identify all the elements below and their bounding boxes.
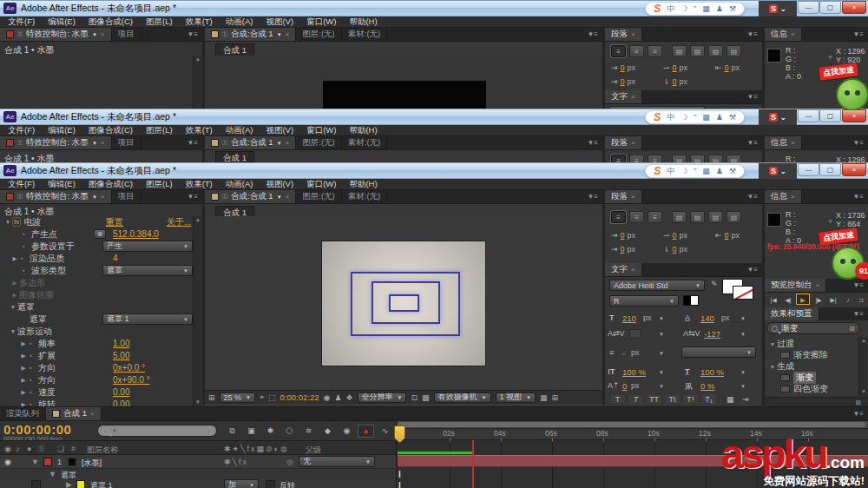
live-update-icon[interactable]: ⏺: [358, 425, 374, 438]
tab-composition[interactable]: ⚿合成:合成 1▼×: [205, 190, 296, 203]
property-value[interactable]: 512.0,384.0: [113, 229, 159, 239]
justify-last-left-button[interactable]: ▤: [672, 45, 687, 57]
prev-frame-button[interactable]: ◀|: [781, 294, 795, 306]
titlebar[interactable]: Ae Adobe After Effects - 未命名项目.aep * S 中…: [0, 1, 868, 16]
justify-button[interactable]: ▤: [672, 155, 687, 162]
draft-3d-icon[interactable]: ▣: [243, 425, 260, 438]
tab-effect-controls[interactable]: ⚿特效控制台: 水墨▼×: [0, 190, 112, 203]
all-caps-button[interactable]: TT: [646, 393, 662, 405]
tab-comp-timeline[interactable]: 合成 1×: [46, 407, 102, 420]
property-value[interactable]: 5.00: [113, 351, 129, 360]
align-right-button[interactable]: ≡: [648, 155, 662, 162]
graph-editor-icon[interactable]: ∿: [377, 425, 393, 438]
frame-blending-icon[interactable]: ⬡: [281, 425, 298, 438]
menu-window[interactable]: 窗口(W): [306, 179, 336, 190]
twirl-closed-icon[interactable]: ▶: [19, 353, 28, 359]
baseline-shift-value[interactable]: 0: [622, 381, 627, 391]
mask-visibility-icon[interactable]: ⬚: [268, 393, 276, 402]
dropdown-arrow-icon[interactable]: ▼: [659, 351, 664, 356]
indent-first-field[interactable]: ⇀ 0 px: [663, 63, 687, 72]
minimize-button[interactable]: —: [798, 1, 819, 14]
justify-all-button[interactable]: ▤: [727, 211, 741, 223]
tab-footage[interactable]: 素材:(无): [342, 190, 387, 203]
close-tab-icon[interactable]: ×: [286, 193, 290, 201]
reset-link[interactable]: 重置: [106, 216, 123, 228]
titlebar[interactable]: Ae Adobe After Effects - 未命名项目.aep * S 中…: [0, 109, 868, 125]
tab-character[interactable]: 文字×: [605, 90, 642, 103]
lock-column-icon[interactable]: ⚿: [38, 445, 44, 454]
menu-help[interactable]: 帮助(H): [349, 179, 377, 190]
maximize-button[interactable]: ▢: [819, 163, 841, 176]
twirl-open-icon[interactable]: ▼: [768, 364, 777, 370]
mask-color-chip[interactable]: [76, 480, 85, 488]
indent-first-field[interactable]: ⇀ 0 px: [663, 231, 687, 240]
property-row[interactable]: ◔产生点 ⊕ 512.0,384.0: [0, 228, 192, 240]
eyedropper-icon[interactable]: ✎: [711, 280, 718, 288]
panel-menu-icon[interactable]: ▼≡: [182, 136, 202, 149]
menu-effect[interactable]: 效果(T): [186, 179, 213, 190]
layer-twirl-icon[interactable]: ▼: [31, 458, 39, 466]
point-picker-icon[interactable]: ⊕: [94, 229, 106, 239]
hide-shy-layers-icon[interactable]: ✱: [262, 425, 279, 438]
info-tabstrip[interactable]: 信息× ▼≡: [765, 136, 868, 150]
align-center-button[interactable]: ≡: [629, 45, 644, 57]
sogou-wrench-icon[interactable]: ⚒: [729, 167, 736, 175]
property-row[interactable]: 遮罩 遮罩 1▼: [0, 313, 192, 325]
property-row[interactable]: ▶◔速度 0.00: [0, 386, 192, 398]
stopwatch-icon[interactable]: ◔: [28, 376, 38, 385]
stopwatch-icon[interactable]: ◔: [19, 254, 30, 263]
panel-menu-icon[interactable]: ▼≡: [742, 136, 762, 149]
view-layout-select[interactable]: 1 视图▼: [496, 392, 536, 403]
kerning-value[interactable]: [629, 329, 641, 339]
stopwatch-icon[interactable]: ◔: [21, 267, 31, 275]
next-frame-button[interactable]: |▶: [812, 294, 825, 306]
tab-layer[interactable]: 图层:(无): [296, 28, 341, 41]
timeline-tabstrip[interactable]: 渲染队列 合成 1× ▼≡: [0, 407, 868, 421]
panel-menu-icon[interactable]: ▼≡: [742, 263, 762, 276]
maximize-button[interactable]: ▢: [819, 109, 841, 122]
parent-pickwhip-icon[interactable]: ◎: [286, 458, 293, 466]
justify-button[interactable]: ▤: [690, 155, 705, 162]
tab-preview[interactable]: 预览控制台×: [765, 279, 826, 292]
menubar[interactable]: 文件(F) 编辑(E) 图像合成(C) 图层(L) 效果(T) 动画(A) 视图…: [0, 16, 868, 28]
align-center-button[interactable]: ≡: [629, 211, 644, 223]
resolution-select[interactable]: 全分辨率▼: [358, 392, 407, 403]
twirl-closed-icon[interactable]: ▶: [19, 340, 28, 347]
sogou-lang-icon[interactable]: 中: [667, 112, 674, 123]
about-link[interactable]: 关于...: [167, 216, 191, 228]
tsume-value[interactable]: 0 %: [700, 381, 714, 391]
label-column-icon[interactable]: ❏: [57, 445, 64, 453]
superscript-button[interactable]: T¹: [682, 393, 699, 405]
indent-right-field[interactable]: ⇤ 0 px: [715, 231, 740, 240]
minimize-button[interactable]: —: [798, 163, 819, 176]
twirl-open-icon[interactable]: ▼: [3, 219, 12, 225]
tab-info[interactable]: 信息×: [765, 28, 802, 41]
menu-animation[interactable]: 动画(A): [226, 125, 253, 136]
sogou-wrench-icon[interactable]: ⚒: [729, 4, 736, 13]
property-row[interactable]: ◔参数设置于 产生▼: [0, 241, 192, 252]
sogou-logo-icon[interactable]: S: [654, 3, 661, 15]
effect-controls-tabstrip[interactable]: ⚿特效控制台: 水墨▼× 项目 ▼≡: [0, 28, 202, 42]
tab-character[interactable]: 文字×: [605, 263, 642, 276]
layer-name[interactable]: [水墨]: [82, 458, 102, 469]
panel-menu-icon[interactable]: ▼≡: [848, 28, 868, 41]
property-row[interactable]: ▶◔方向 0x+90.0 °: [0, 374, 192, 386]
menu-edit[interactable]: 编辑(E): [48, 179, 76, 190]
paragraph-tabstrip[interactable]: 段落× ▼≡: [605, 136, 762, 150]
maximize-button[interactable]: ▢: [819, 1, 841, 14]
menu-animation[interactable]: 动画(A): [226, 16, 253, 28]
parent-select[interactable]: 无▼: [299, 456, 375, 467]
first-frame-button[interactable]: |◀: [766, 294, 780, 306]
horizontal-scale-value[interactable]: 100 %: [700, 367, 724, 377]
faux-bold-button[interactable]: T: [609, 393, 626, 405]
property-dropdown[interactable]: 遮罩▼: [102, 265, 193, 276]
character-tabstrip[interactable]: 文字× ▼≡: [605, 90, 762, 104]
sogou-logo-icon[interactable]: S: [654, 165, 661, 177]
channels-icon[interactable]: ❖: [345, 393, 352, 402]
layer-switches[interactable]: ✱╲fx: [224, 458, 248, 466]
twirl-closed-icon[interactable]: ▶: [10, 255, 19, 262]
comp-bottom-bar[interactable]: ⊞ 25 %▼ ⌖ ⬚ 0:00:02:22 ◉ ♟ ❖ 全分辨率▼ ⊡ ▩ 有…: [205, 390, 602, 404]
close-tab-icon[interactable]: ×: [791, 30, 795, 38]
last-frame-button[interactable]: ▶|: [826, 294, 840, 306]
space-before-field[interactable]: ⇥ 0 px: [611, 245, 635, 254]
